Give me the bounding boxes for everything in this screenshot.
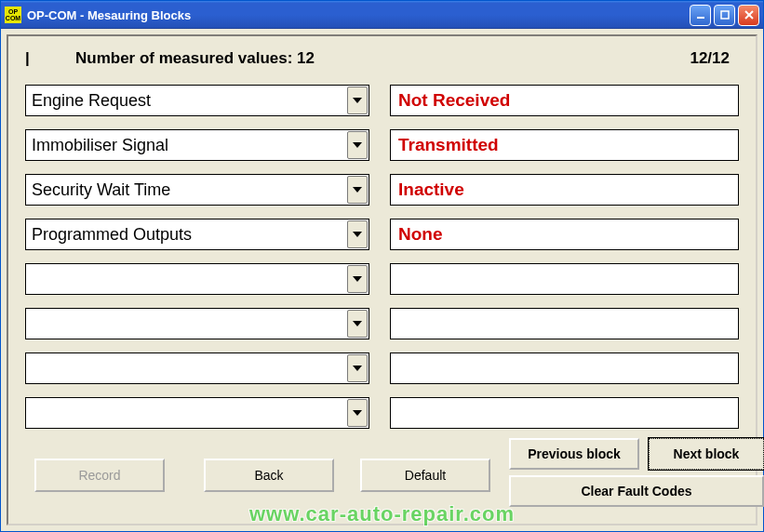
param-select-6[interactable] <box>25 308 369 339</box>
minimize-button[interactable] <box>690 5 711 26</box>
value-box-1: Not Received <box>390 85 739 116</box>
value-box-7 <box>390 352 739 384</box>
chevron-down-icon <box>347 354 368 382</box>
param-select-1[interactable]: Engine Request <box>25 85 369 116</box>
previous-block-button[interactable]: Previous block <box>509 438 639 470</box>
header-row: | Number of measured values: 12 12/12 <box>25 44 739 73</box>
value-box-5 <box>390 263 739 295</box>
measuring-row: Immobiliser Signal Transmitted <box>25 129 739 161</box>
back-button[interactable]: Back <box>204 459 334 492</box>
param-select-3[interactable]: Security Wait Time <box>25 174 369 206</box>
measuring-rows: Engine Request Not Received Immobiliser … <box>25 85 739 429</box>
chevron-down-icon <box>347 176 368 204</box>
param-label: Immobiliser Signal <box>32 136 168 155</box>
measuring-row <box>25 397 739 429</box>
param-select-8[interactable] <box>25 397 369 429</box>
param-select-7[interactable] <box>25 352 369 384</box>
param-label: Security Wait Time <box>32 180 170 200</box>
value-box-4: None <box>390 219 739 250</box>
next-block-button[interactable]: Next block <box>649 438 764 470</box>
measured-count-label: Number of measured values: 12 <box>75 49 315 68</box>
value-box-8 <box>390 397 739 429</box>
measuring-row: Programmed Outputs None <box>25 219 739 250</box>
app-window: OP COM OP-COM - Mesauring Blocks | Numbe… <box>0 0 764 532</box>
param-select-2[interactable]: Immobiliser Signal <box>25 129 369 161</box>
title-bar: OP COM OP-COM - Mesauring Blocks <box>1 1 763 29</box>
measuring-row: Security Wait Time Inactive <box>25 174 739 206</box>
value-box-3: Inactive <box>390 174 739 206</box>
param-select-5[interactable] <box>25 263 369 295</box>
default-button[interactable]: Default <box>360 459 490 492</box>
value-box-6 <box>390 308 739 339</box>
measuring-row: Engine Request Not Received <box>25 85 739 116</box>
svg-rect-1 <box>721 11 729 19</box>
record-button: Record <box>34 459 165 492</box>
clear-fault-codes-button[interactable]: Clear Fault Codes <box>509 475 764 507</box>
measuring-row <box>25 308 739 339</box>
chevron-down-icon <box>347 131 368 159</box>
value-box-2: Transmitted <box>390 129 739 161</box>
page-indicator: 12/12 <box>690 49 730 68</box>
content-panel: | Number of measured values: 12 12/12 En… <box>7 34 757 525</box>
close-button[interactable] <box>738 5 759 26</box>
chevron-down-icon <box>347 220 368 248</box>
button-area: Record Back Default Previous block Next … <box>25 438 739 514</box>
param-label: Programmed Outputs <box>32 225 192 245</box>
measuring-row <box>25 352 739 384</box>
chevron-down-icon <box>347 265 368 293</box>
window-title: OP-COM - Mesauring Blocks <box>27 8 191 22</box>
chevron-down-icon <box>347 310 368 338</box>
measuring-row <box>25 263 739 295</box>
chevron-down-icon <box>347 86 368 114</box>
header-index: | <box>25 49 47 68</box>
param-label: Engine Request <box>32 91 151 111</box>
chevron-down-icon <box>347 399 368 427</box>
param-select-4[interactable]: Programmed Outputs <box>25 219 369 250</box>
maximize-button[interactable] <box>714 5 735 26</box>
svg-rect-0 <box>697 17 704 19</box>
app-icon: OP COM <box>5 7 21 23</box>
